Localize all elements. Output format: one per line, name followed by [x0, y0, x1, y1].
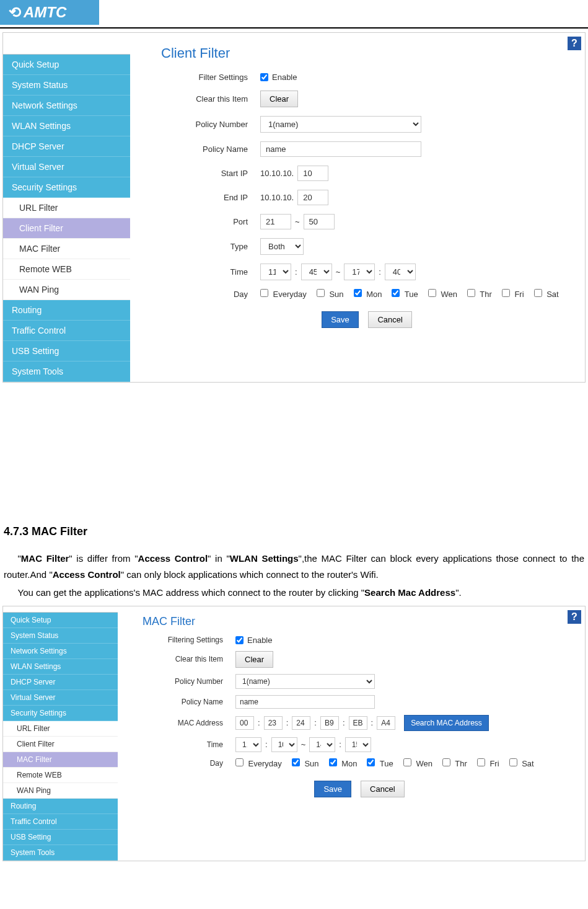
time-h1-select[interactable]: 11	[235, 737, 261, 752]
day-option-fri[interactable]: Fri	[502, 289, 524, 299]
mac-octet-2[interactable]	[292, 716, 310, 730]
time-m1-select[interactable]: 45	[301, 264, 332, 280]
port-to-input[interactable]	[304, 214, 335, 229]
cancel-button[interactable]: Cancel	[368, 311, 411, 328]
day-checkbox-everyday[interactable]	[260, 289, 268, 297]
day-checkbox-fri[interactable]	[477, 758, 485, 766]
sidebar-item-system-status[interactable]: System Status	[3, 75, 130, 95]
time-m2-select[interactable]: 15	[345, 737, 371, 752]
sidebar-item-routing[interactable]: Routing	[3, 799, 118, 814]
type-select[interactable]: Both	[260, 238, 304, 255]
day-option-mon[interactable]: Mon	[329, 758, 358, 768]
sidebar-item-mac-filter[interactable]: MAC Filter	[3, 752, 118, 768]
day-option-sat[interactable]: Sat	[534, 289, 559, 299]
day-checkbox-sat[interactable]	[509, 758, 517, 766]
sidebar-item-system-tools[interactable]: System Tools	[3, 845, 118, 861]
day-checkbox-tue[interactable]	[392, 289, 400, 297]
time-h1-select[interactable]: 11	[260, 264, 291, 280]
enable-checkbox[interactable]	[235, 636, 244, 644]
sidebar-item-quick-setup[interactable]: Quick Setup	[3, 613, 118, 628]
mac-octet-3[interactable]	[320, 716, 339, 730]
day-option-fri[interactable]: Fri	[477, 758, 499, 768]
day-option-everyday[interactable]: Everyday	[260, 289, 307, 299]
time-m2-select[interactable]: 40	[385, 264, 416, 280]
policy-name-input[interactable]	[235, 695, 375, 709]
sidebar-item-quick-setup[interactable]: Quick Setup	[3, 55, 130, 75]
save-button[interactable]: Save	[314, 781, 351, 797]
sidebar-item-traffic-control[interactable]: Traffic Control	[3, 321, 130, 341]
mac-octet-1[interactable]	[264, 716, 283, 730]
sidebar-item-usb-setting[interactable]: USB Setting	[3, 830, 118, 845]
day-checkbox-thr[interactable]	[442, 758, 450, 766]
day-checkbox-sun[interactable]	[292, 758, 300, 766]
time-m1-select[interactable]: 10	[271, 737, 297, 752]
day-option-tue[interactable]: Tue	[392, 289, 418, 299]
mac-octet-0[interactable]	[235, 716, 254, 730]
sidebar-item-remote-web[interactable]: Remote WEB	[3, 259, 130, 280]
sidebar-item-wlan-settings[interactable]: WLAN Settings	[3, 659, 118, 675]
sidebar-item-security-settings[interactable]: Security Settings	[3, 177, 130, 198]
sidebar-item-dhcp-server[interactable]: DHCP Server	[3, 136, 130, 157]
sidebar-item-remote-web[interactable]: Remote WEB	[3, 768, 118, 783]
sidebar-item-client-filter[interactable]: Client Filter	[3, 737, 118, 752]
policy-number-select[interactable]: 1(name)	[235, 674, 375, 689]
day-option-thr[interactable]: Thr	[467, 289, 492, 299]
sidebar-item-system-status[interactable]: System Status	[3, 628, 118, 644]
help-icon[interactable]: ?	[568, 610, 581, 624]
day-checkbox-sun[interactable]	[317, 289, 325, 297]
sidebar-item-url-filter[interactable]: URL Filter	[3, 721, 118, 737]
sidebar-item-routing[interactable]: Routing	[3, 300, 130, 321]
sidebar-item-dhcp-server[interactable]: DHCP Server	[3, 675, 118, 690]
search-mac-button[interactable]: Search MAC Address	[404, 715, 489, 731]
day-checkbox-mon[interactable]	[329, 758, 337, 766]
sidebar-item-wlan-settings[interactable]: WLAN Settings	[3, 116, 130, 136]
end-ip-input[interactable]	[297, 190, 328, 205]
clear-button[interactable]: Clear	[260, 91, 298, 107]
time-h2-select[interactable]: 17	[344, 264, 375, 280]
day-checkbox-sat[interactable]	[534, 289, 542, 297]
sidebar-item-wan-ping[interactable]: WAN Ping	[3, 280, 130, 300]
sidebar-item-url-filter[interactable]: URL Filter	[3, 198, 130, 218]
label-day: Day	[161, 290, 260, 299]
sidebar-item-mac-filter[interactable]: MAC Filter	[3, 239, 130, 259]
day-option-thr[interactable]: Thr	[442, 758, 467, 768]
mac-octet-5[interactable]	[377, 716, 395, 730]
policy-number-select[interactable]: 1(name)	[260, 116, 421, 133]
day-option-tue[interactable]: Tue	[367, 758, 393, 768]
day-checkbox-mon[interactable]	[354, 289, 362, 297]
day-checkbox-wen[interactable]	[403, 758, 411, 766]
day-option-wen[interactable]: Wen	[403, 758, 432, 768]
sidebar-item-client-filter[interactable]: Client Filter	[3, 218, 130, 239]
sidebar-item-network-settings[interactable]: Network Settings	[3, 95, 130, 116]
day-option-sun[interactable]: Sun	[317, 289, 344, 299]
day-option-wen[interactable]: Wen	[428, 289, 457, 299]
day-checkbox-fri[interactable]	[502, 289, 510, 297]
port-from-input[interactable]	[260, 214, 291, 229]
day-checkbox-thr[interactable]	[467, 289, 475, 297]
day-checkbox-everyday[interactable]	[235, 758, 244, 766]
clear-button[interactable]: Clear	[235, 651, 273, 668]
policy-name-input[interactable]	[260, 141, 421, 157]
sidebar-item-traffic-control[interactable]: Traffic Control	[3, 814, 118, 830]
sidebar-item-virtual-server[interactable]: Virtual Server	[3, 157, 130, 177]
day-checkbox-tue[interactable]	[367, 758, 375, 766]
time-h2-select[interactable]: 14	[309, 737, 335, 752]
sidebar-item-system-tools[interactable]: System Tools	[3, 361, 130, 382]
help-icon[interactable]: ?	[568, 37, 581, 50]
sidebar-item-network-settings[interactable]: Network Settings	[3, 644, 118, 659]
day-option-mon[interactable]: Mon	[354, 289, 382, 299]
enable-checkbox[interactable]	[260, 73, 268, 81]
save-button[interactable]: Save	[322, 311, 359, 328]
day-option-everyday[interactable]: Everyday	[235, 758, 282, 768]
sidebar-item-usb-setting[interactable]: USB Setting	[3, 341, 130, 361]
start-ip-input[interactable]	[297, 166, 328, 181]
sidebar-item-virtual-server[interactable]: Virtual Server	[3, 690, 118, 706]
day-option-sun[interactable]: Sun	[292, 758, 319, 768]
day-checkbox-wen[interactable]	[428, 289, 436, 297]
mac-octet-4[interactable]	[349, 716, 367, 730]
sidebar-item-security-settings[interactable]: Security Settings	[3, 706, 118, 721]
day-row-2: Everyday Sun Mon Tue Wen Thr Fri Sat	[235, 758, 540, 768]
day-option-sat[interactable]: Sat	[509, 758, 534, 768]
sidebar-item-wan-ping[interactable]: WAN Ping	[3, 783, 118, 799]
cancel-button[interactable]: Cancel	[361, 781, 404, 797]
